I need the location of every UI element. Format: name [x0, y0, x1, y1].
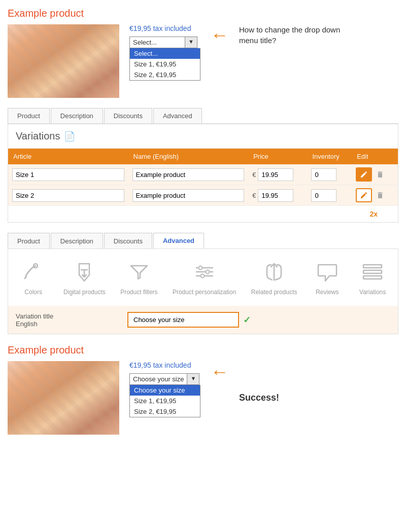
input-article-2[interactable] — [12, 189, 124, 202]
edit-button-1[interactable] — [356, 167, 372, 182]
variation-label-line1: Variation title — [16, 312, 127, 320]
tab2-advanced[interactable]: Advanced — [153, 233, 204, 249]
cell-name-2 — [128, 185, 249, 206]
cell-name-1 — [128, 164, 249, 185]
dropdown-option-0[interactable]: Select... — [130, 48, 200, 59]
icon-item-reviews[interactable]: Reviews — [312, 259, 343, 296]
bottom-dropdown-option-2[interactable]: Size 2, €19,95 — [130, 406, 200, 417]
related-products-label: Related products — [251, 289, 297, 296]
product-personalization-label: Product personalization — [173, 289, 236, 296]
tab2-product[interactable]: Product — [8, 233, 50, 249]
table-row: € — [8, 164, 398, 185]
cell-inv-1 — [307, 164, 352, 185]
dropdown-option-2[interactable]: Size 2, €19,95 — [130, 69, 200, 80]
col-name: Name (English) — [128, 149, 249, 164]
tab1-discounts[interactable]: Discounts — [104, 108, 152, 123]
arrow-container: ← — [211, 24, 229, 46]
bottom-dropdown-option-1[interactable]: Size 1, €19,95 — [130, 396, 200, 406]
top-product-section: €19,95 tax included Select... ▼ Select..… — [8, 24, 398, 98]
tab1-product[interactable]: Product — [8, 108, 50, 123]
bottom-arrow-container: ← — [211, 361, 229, 382]
col-price: Price — [248, 149, 307, 164]
tab2-discounts[interactable]: Discounts — [104, 233, 152, 249]
icon-item-personalization[interactable]: Product personalization — [173, 259, 236, 296]
top-product-image — [8, 24, 119, 98]
colors-label: Colors — [24, 289, 42, 296]
icon-item-related[interactable]: Related products — [251, 259, 297, 296]
top-price: €19,95 tax included — [129, 24, 200, 32]
select-arrow-btn[interactable]: ▼ — [185, 37, 197, 48]
clothes-image — [8, 24, 119, 98]
bottom-select-container: Choose your size ▼ Choose your size Size… — [129, 373, 200, 417]
variation-input-wrapper: ✓ — [127, 312, 251, 328]
product-filters-icon — [124, 259, 154, 285]
dropdown-option-1[interactable]: Size 1, €19,95 — [130, 59, 200, 69]
variations-title: Variations — [16, 130, 60, 142]
document-icon: 📄 — [64, 131, 75, 142]
bottom-price: €19,95 tax included — [129, 361, 200, 369]
delete-button-2[interactable] — [374, 189, 386, 201]
variations-table: Article Name (English) Price Inventory E… — [8, 149, 398, 206]
cell-article-2 — [8, 185, 128, 206]
success-text: Success! — [239, 393, 279, 403]
select-row[interactable]: Select... ▼ — [129, 37, 200, 48]
related-products-icon — [259, 259, 289, 285]
count-2x-label: 2x — [8, 206, 398, 222]
variations-header: Variations 📄 — [8, 124, 398, 149]
variation-title-input[interactable] — [127, 312, 239, 328]
edit-button-2[interactable] — [356, 188, 372, 202]
input-name-2[interactable] — [132, 189, 245, 202]
bottom-clothes-image — [8, 361, 119, 435]
input-article-1[interactable] — [12, 168, 124, 181]
tabs-row-1: Product Description Discounts Advanced — [8, 108, 398, 124]
main-page: Example product €19,95 tax included Sele… — [0, 0, 406, 442]
variations-wrapper: Variations 📄 Article Name (English) Pric… — [8, 124, 398, 223]
top-product-info: €19,95 tax included Select... ▼ Select..… — [129, 24, 200, 81]
input-price-1[interactable] — [258, 168, 293, 181]
delete-icon-2 — [376, 191, 384, 199]
cell-article-1 — [8, 164, 128, 185]
icon-item-variations[interactable]: Variations — [357, 259, 388, 296]
bottom-product-image — [8, 361, 119, 435]
left-arrow-icon: ← — [211, 24, 229, 46]
bottom-product-title: Example product — [8, 344, 398, 356]
edit-icon-2 — [360, 191, 368, 199]
svg-point-6 — [200, 274, 204, 278]
cell-inv-2 — [307, 185, 352, 206]
tab1-description[interactable]: Description — [51, 108, 103, 123]
input-price-2[interactable] — [258, 189, 293, 202]
input-name-1[interactable] — [132, 168, 245, 181]
icon-item-colors[interactable]: Colors — [18, 259, 49, 296]
variation-title-label: Variation title English — [16, 312, 127, 328]
product-filters-label: Product filters — [120, 289, 157, 296]
tab1-advanced[interactable]: Advanced — [153, 108, 202, 123]
cell-price-2: € — [248, 185, 307, 206]
svg-point-4 — [198, 266, 202, 270]
variation-label-line2: English — [16, 320, 127, 328]
cell-edit-1 — [352, 164, 398, 185]
select-display[interactable]: Select... — [129, 37, 185, 48]
table-row: € — [8, 185, 398, 206]
delete-button-1[interactable] — [374, 168, 386, 181]
bottom-dropdown-option-0[interactable]: Choose your size — [130, 385, 200, 396]
input-inv-1[interactable] — [311, 168, 336, 181]
input-inv-2[interactable] — [311, 189, 336, 202]
svg-point-5 — [206, 270, 209, 274]
bottom-select-arrow-btn[interactable]: ▼ — [187, 373, 199, 385]
dropdown-list: Select... Size 1, €19,95 Size 2, €19,95 — [129, 48, 200, 81]
digital-products-icon — [69, 259, 99, 285]
col-edit: Edit — [352, 149, 398, 164]
delete-icon-1 — [376, 170, 384, 179]
bottom-dropdown-list: Choose your size Size 1, €19,95 Size 2, … — [129, 385, 200, 417]
col-inventory: Inventory — [307, 149, 352, 164]
icons-grid: Colors Digital products — [8, 249, 398, 306]
icon-item-digital[interactable]: Digital products — [63, 259, 106, 296]
tab2-description[interactable]: Description — [51, 233, 103, 249]
reviews-label: Reviews — [316, 289, 339, 296]
bottom-info: €19,95 tax included Choose your size ▼ C… — [129, 361, 200, 417]
bottom-select-row[interactable]: Choose your size ▼ — [129, 373, 200, 385]
icon-item-filters[interactable]: Product filters — [120, 259, 157, 296]
cell-price-1: € — [248, 164, 307, 185]
select-container: Select... ▼ Select... Size 1, €19,95 Siz… — [129, 37, 200, 81]
bottom-select-display[interactable]: Choose your size — [129, 373, 187, 385]
